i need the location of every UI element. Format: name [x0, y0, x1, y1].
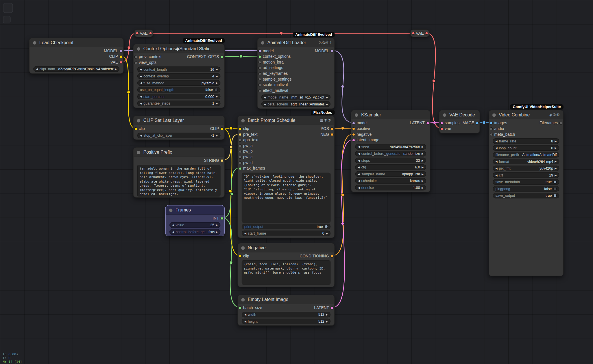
input-slot-app-text[interactable]	[239, 138, 241, 141]
arrow-left-icon[interactable]: ◀	[495, 159, 497, 164]
widget-guarantee-steps[interactable]: ◀guarantee_steps1▶	[137, 101, 221, 106]
output-slot-model[interactable]	[330, 49, 333, 52]
output-slot-vae[interactable]	[149, 32, 152, 35]
toggle-knob[interactable]	[553, 180, 557, 184]
input-slot-vae[interactable]	[440, 127, 443, 130]
widget-model-name[interactable]: ◀model_namemm_sd_v15_v2.ckpt▶	[261, 94, 330, 100]
node-title-bar[interactable]: CLIP Set Last Layer	[134, 116, 224, 125]
input-slot-pw-d[interactable]	[239, 161, 241, 164]
input-slot-context-options[interactable]	[258, 55, 261, 58]
input-slot-vae[interactable]	[136, 32, 138, 35]
arrow-right-icon[interactable]: ▶	[422, 151, 424, 157]
node-title-bar[interactable]: Batch Prompt Schedule▦⑦⑦	[238, 116, 335, 125]
node-collapse-dot[interactable]	[492, 113, 496, 117]
output-slot-vae[interactable]	[119, 61, 122, 64]
node-collapse-dot[interactable]	[241, 246, 245, 250]
input-slot-latent-image[interactable]	[352, 138, 355, 141]
panel-toggle-button[interactable]	[3, 16, 10, 23]
node-collapse-dot[interactable]	[241, 119, 245, 122]
arrow-left-icon[interactable]: ◀	[264, 101, 266, 107]
arrow-left-icon[interactable]: ◀	[495, 145, 497, 151]
node-animatediff-loader[interactable]: AnimateDiff LoaderⒶⒹ① modelMODEL context…	[257, 38, 335, 109]
node-collapse-dot[interactable]	[137, 119, 140, 122]
node-reroute-vae-right[interactable]: VAE	[410, 29, 429, 37]
toggle-knob[interactable]	[324, 225, 328, 228]
node-collapse-dot[interactable]	[137, 151, 140, 154]
input-slot-ad-keyframes[interactable]	[258, 72, 261, 75]
node-clip-set-last-layer[interactable]: CLIP Set Last Layer clipCLIP ◀stop_at_cl…	[133, 116, 225, 140]
arrow-left-icon[interactable]: ◀	[495, 166, 497, 171]
input-slot-pw-c[interactable]	[239, 155, 241, 158]
widget-crf[interactable]: ◀crf19▶	[493, 172, 559, 178]
widget-seed[interactable]: ◀seed905450384792568▶	[355, 144, 426, 150]
arrow-right-icon[interactable]: ▶	[422, 157, 424, 163]
widget-context-length[interactable]: ◀context_length16▶	[137, 66, 221, 72]
node-title-bar[interactable]: KSampler	[351, 110, 430, 119]
arrow-right-icon[interactable]: ▶	[555, 145, 557, 151]
widget-format[interactable]: ◀formatvideo/h264-mp4▶	[493, 159, 559, 164]
arrow-left-icon[interactable]: ◀	[358, 178, 360, 184]
widget-fuse-method[interactable]: ◀fuse_methodpyramid▶	[137, 80, 221, 86]
arrow-left-icon[interactable]: ◀	[172, 222, 174, 228]
node-vae-decode[interactable]: VAE Decode samplesIMAGE vae	[439, 110, 480, 133]
arrow-left-icon[interactable]: ◀	[244, 312, 246, 317]
input-slot-audio[interactable]	[490, 127, 493, 130]
arrow-left-icon[interactable]: ◀	[495, 172, 497, 178]
widget-save-output[interactable]: save_outputtrue	[493, 193, 559, 198]
widget-steps[interactable]: ◀steps33▶	[355, 157, 426, 163]
arrow-right-icon[interactable]: ▶	[216, 66, 218, 72]
toggle-knob[interactable]	[215, 88, 218, 92]
node-title-bar[interactable]: Positive Prefix	[134, 148, 224, 157]
node-graph-canvas[interactable]: AnimateDiff Evolved AnimateDiff Evolved …	[0, 0, 593, 364]
node-title-bar[interactable]: Frames	[166, 206, 224, 215]
node-collapse-dot[interactable]	[355, 113, 358, 117]
input-slot-model[interactable]	[258, 49, 261, 52]
node-title-bar[interactable]: Context Options◆Standard Static	[134, 44, 224, 53]
node-ksampler[interactable]: KSampler modelLATENT positive negative l…	[351, 110, 431, 192]
output-slot-model[interactable]	[119, 49, 122, 52]
input-slot-clip[interactable]	[239, 255, 241, 257]
widget-beta-schedule[interactable]: ◀beta_schedulesqrt_linear (AnimateDiff)▶	[261, 101, 330, 107]
arrow-right-icon[interactable]: ▶	[216, 133, 218, 138]
arrow-left-icon[interactable]: ◀	[358, 144, 360, 150]
node-batch-prompt-schedule[interactable]: Batch Prompt Schedule▦⑦⑦ clipPOS pre_tex…	[237, 116, 335, 238]
widget-sampler-name[interactable]: ◀sampler_namedpmpp_2m▶	[355, 171, 426, 177]
input-slot-ad-settings[interactable]	[258, 66, 261, 69]
arrow-left-icon[interactable]: ◀	[358, 164, 360, 170]
node-empty-latent-image[interactable]: Empty Latent Image batch_sizeLATENT ◀wid…	[237, 295, 335, 326]
arrow-right-icon[interactable]: ▶	[216, 222, 218, 228]
widget-width[interactable]: ◀width512▶	[242, 312, 330, 317]
toggle-knob[interactable]	[553, 194, 557, 197]
arrow-right-icon[interactable]: ▶	[216, 80, 218, 86]
arrow-left-icon[interactable]: ◀	[140, 66, 142, 72]
node-collapse-dot[interactable]	[261, 41, 265, 44]
arrow-right-icon[interactable]: ▶	[422, 185, 424, 191]
arrow-left-icon[interactable]: ◀	[140, 94, 142, 99]
input-slot-pw-a[interactable]	[239, 144, 241, 147]
input-slot-meta-batch[interactable]	[490, 133, 493, 136]
input-slot-images[interactable]	[490, 122, 493, 125]
widget-denoise[interactable]: ◀denoise1.00▶	[355, 185, 426, 191]
input-slot-pw-b[interactable]	[239, 150, 241, 153]
output-slot-clip[interactable]	[221, 127, 223, 130]
node-load-checkpoint[interactable]: Load Checkpoint MODEL CLIP VAE ◀ckpt_nam…	[29, 38, 124, 74]
input-slot-effect-multival[interactable]	[258, 89, 261, 92]
arrow-right-icon[interactable]: ▶	[326, 312, 328, 317]
output-slot-neg[interactable]	[330, 133, 333, 136]
widget-height[interactable]: ◀height512▶	[242, 319, 330, 324]
input-slot-negative[interactable]	[352, 133, 355, 136]
arrow-right-icon[interactable]: ▶	[555, 138, 557, 144]
node-title-bar[interactable]: Empty Latent Image	[238, 295, 335, 304]
node-title-bar[interactable]: VAE Decode	[439, 110, 480, 119]
node-positive-prefix[interactable]: Positive Prefix STRING (an adult woman i…	[133, 147, 225, 198]
arrow-right-icon[interactable]: ▶	[216, 229, 218, 235]
output-slot-image[interactable]	[476, 122, 479, 125]
output-slot-latent[interactable]	[330, 306, 333, 309]
output-slot-latent[interactable]	[426, 122, 429, 125]
output-slot-string[interactable]	[221, 159, 223, 162]
arrow-right-icon[interactable]: ▶	[216, 94, 218, 99]
node-title-bar[interactable]: Negative	[238, 243, 335, 252]
widget-cfg[interactable]: ◀cfg6.0▶	[355, 164, 426, 170]
node-title-bar[interactable]: Load Checkpoint	[29, 38, 123, 47]
input-slot-model[interactable]	[352, 122, 355, 125]
